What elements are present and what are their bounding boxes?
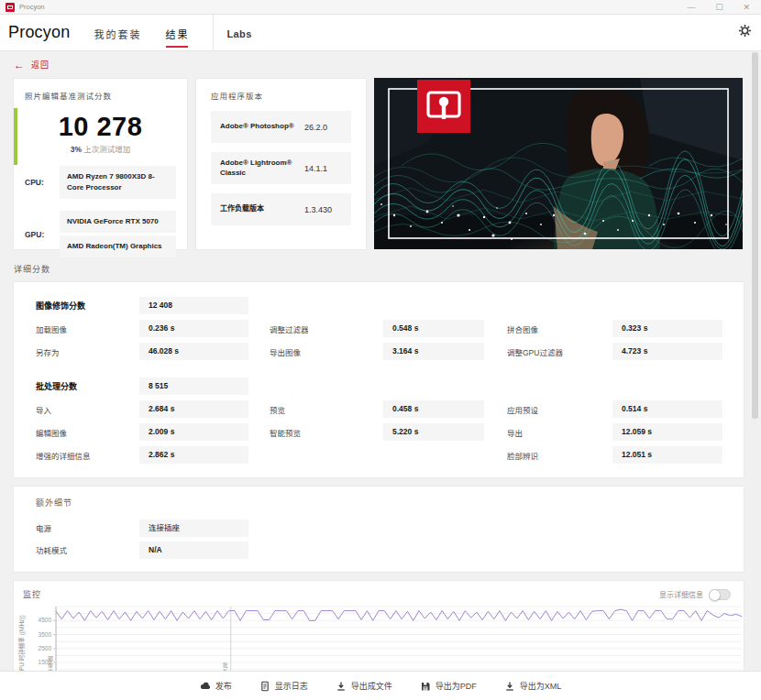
version-row: Adobe® Lightroom® Classic 14.1.1 bbox=[211, 152, 351, 184]
back-label: 返回 bbox=[31, 59, 50, 71]
show-details-label: 显示详细信息 bbox=[659, 589, 703, 599]
metric-value: 0.323 s bbox=[612, 320, 722, 337]
show-details-toggle[interactable] bbox=[709, 589, 731, 600]
save-pdf-icon bbox=[420, 681, 431, 692]
top-navigation: Procyon 我的套装 结果 Labs bbox=[0, 15, 761, 51]
download-icon bbox=[504, 681, 515, 692]
batch-score-label: 批处理分数 bbox=[36, 380, 139, 392]
procyon-logo-text: Procyon bbox=[8, 23, 70, 42]
score-card-title: 照片编辑基准测试分数 bbox=[25, 90, 176, 101]
metric-value: 12.051 s bbox=[612, 446, 722, 464]
extra-details-card: 额外细节 电源 连接插座 功耗模式 N/A bbox=[13, 486, 744, 573]
metric-value: 12.059 s bbox=[612, 423, 722, 441]
tab-results[interactable]: 结果 bbox=[165, 15, 189, 51]
window-titlebar: Procyon — ☐ ✕ bbox=[0, 0, 761, 15]
procyon-logo-icon bbox=[417, 80, 470, 133]
metric-label: 导出 bbox=[484, 427, 612, 438]
metric-value: 2.009 s bbox=[139, 423, 248, 441]
metric-label: 应用预设 bbox=[484, 404, 612, 415]
metric-label: 导入 bbox=[36, 404, 139, 415]
metric-label: 脸部辨识 bbox=[484, 450, 612, 461]
power-mode-label: 功耗模式 bbox=[36, 544, 139, 555]
metric-label: 另存为 bbox=[36, 346, 139, 357]
scrollbar-track[interactable] bbox=[751, 52, 759, 670]
minimize-icon[interactable]: — bbox=[687, 3, 695, 12]
scrollbar-thumb[interactable] bbox=[752, 52, 758, 419]
metric-value: 3.164 s bbox=[383, 343, 484, 360]
export-xml-button[interactable]: 导出为XML bbox=[504, 680, 562, 692]
versions-card-title: 应用程序版本 bbox=[211, 90, 351, 101]
metric-value: 0.514 s bbox=[612, 400, 722, 418]
metric-value: 0.458 s bbox=[383, 400, 484, 418]
metric-value: 0.236 s bbox=[139, 320, 248, 337]
publish-button[interactable]: 发布 bbox=[200, 680, 232, 692]
metric-label: 拼合图像 bbox=[484, 323, 612, 334]
show-log-button[interactable]: 显示日志 bbox=[259, 680, 308, 692]
metric-label: 预览 bbox=[248, 404, 383, 415]
toggle-knob bbox=[709, 589, 721, 601]
metric-value: 46.028 s bbox=[139, 343, 248, 360]
window-title: Procyon bbox=[19, 3, 687, 11]
procyon-app-icon bbox=[6, 3, 15, 12]
metric-label: 调整过滤器 bbox=[248, 323, 383, 334]
power-value: 连接插座 bbox=[139, 520, 248, 537]
gpu-label: GPU: bbox=[25, 230, 60, 239]
svg-text:3500: 3500 bbox=[39, 631, 52, 638]
metric-value: 2.684 s bbox=[139, 400, 248, 418]
svg-text:4500: 4500 bbox=[39, 617, 52, 623]
power-label: 电源 bbox=[36, 522, 139, 533]
version-row: 工作负载版本 1.3.430 bbox=[211, 193, 351, 225]
benchmark-score: 10 278 bbox=[25, 112, 176, 142]
footer-toolbar: 发布 显示日志 导出成文件 导出为PDF 导出为XML bbox=[0, 671, 761, 700]
retouch-score-value: 12 408 bbox=[139, 297, 248, 314]
score-delta: 3% 上次测试增加 bbox=[25, 143, 176, 154]
detail-scores-card: 图像修饰分数 12 408 加载图像 0.236 s 调整过滤器 0.548 s… bbox=[13, 281, 744, 478]
svg-text:2500: 2500 bbox=[39, 645, 52, 651]
version-row: Adobe® Photoshop® 26.2.0 bbox=[211, 111, 351, 143]
metric-value: 4.723 s bbox=[612, 343, 722, 360]
batch-scores-grid: 批处理分数 8 515 导入 2.684 s 预览 0.458 s 应用预设 0… bbox=[36, 375, 721, 466]
retouch-score-label: 图像修饰分数 bbox=[36, 300, 139, 312]
export-file-button[interactable]: 导出成文件 bbox=[336, 680, 392, 692]
benchmark-hero-image bbox=[374, 78, 743, 249]
export-pdf-button[interactable]: 导出为PDF bbox=[420, 680, 477, 692]
maximize-icon[interactable]: ☐ bbox=[715, 3, 722, 12]
metric-label: 智能预览 bbox=[248, 427, 383, 438]
app-versions-card: 应用程序版本 Adobe® Photoshop® 26.2.0 Adobe® L… bbox=[195, 78, 367, 250]
back-link[interactable]: ← 返回 bbox=[0, 51, 761, 76]
gear-icon[interactable] bbox=[738, 24, 752, 41]
metric-label: 编辑图像 bbox=[36, 427, 139, 438]
nav-divider bbox=[213, 15, 214, 51]
cloud-upload-icon bbox=[200, 681, 211, 692]
detail-section-title: 详细分数 bbox=[14, 263, 761, 275]
cpu-label: CPU: bbox=[25, 178, 60, 187]
score-accent-bar bbox=[14, 108, 17, 165]
metric-label: 导出图像 bbox=[248, 346, 383, 357]
metric-value: 5.220 s bbox=[383, 423, 484, 441]
extra-details-title: 额外细节 bbox=[36, 497, 721, 509]
metric-label: 加载图像 bbox=[36, 323, 139, 334]
tab-labs[interactable]: Labs bbox=[226, 16, 251, 49]
gpu-value-2: AMD Radeon(TM) Graphics bbox=[60, 235, 176, 257]
cpu-value: AMD Ryzen 7 9800X3D 8-Core Processor bbox=[60, 166, 176, 199]
tab-my-suites[interactable]: 我的套装 bbox=[94, 15, 141, 51]
batch-score-value: 8 515 bbox=[139, 377, 248, 395]
back-arrow-icon: ← bbox=[14, 60, 25, 70]
metric-value: 2.862 s bbox=[139, 446, 248, 464]
power-mode-value: N/A bbox=[139, 541, 248, 559]
gpu-value-1: NVIDIA GeForce RTX 5070 bbox=[60, 211, 176, 233]
log-file-icon bbox=[259, 681, 270, 692]
monitor-title: 监控 bbox=[23, 588, 41, 600]
metric-label: 增强的详细信息 bbox=[36, 450, 139, 461]
metric-value: 0.548 s bbox=[383, 320, 484, 337]
close-icon[interactable]: ✕ bbox=[743, 3, 750, 12]
retouch-scores-grid: 图像修饰分数 12 408 加载图像 0.236 s 调整过滤器 0.548 s… bbox=[36, 294, 721, 363]
download-icon bbox=[336, 681, 347, 692]
benchmark-score-card: 照片编辑基准测试分数 10 278 3% 上次测试增加 CPU: AMD Ryz… bbox=[13, 78, 188, 250]
metric-label: 调整GPU过滤器 bbox=[484, 346, 612, 357]
